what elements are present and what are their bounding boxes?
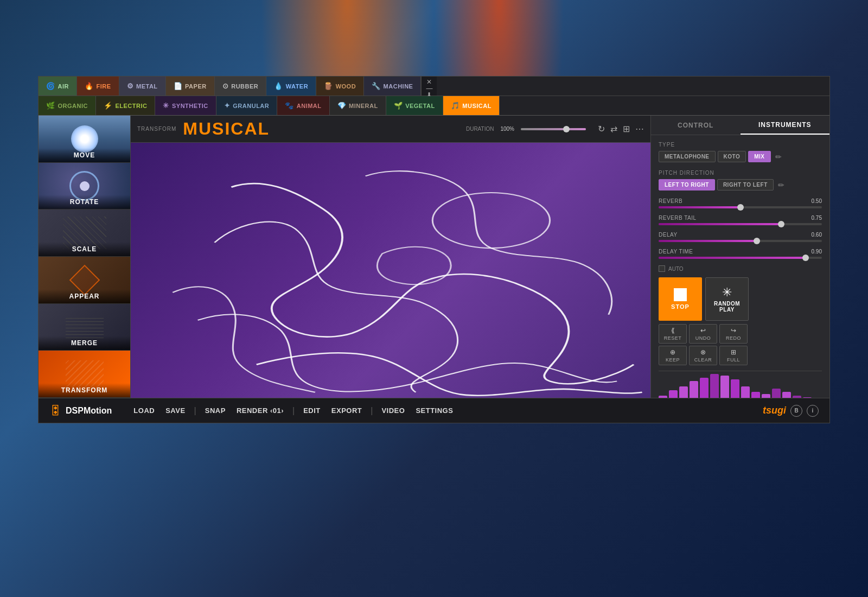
redo-button[interactable]: ↪ REDO: [719, 324, 748, 344]
granular-icon: ✦: [224, 101, 231, 110]
cat-btn-electric[interactable]: ⚡ ELECTRIC: [96, 96, 156, 115]
delay-time-label: DELAY TIME: [659, 249, 693, 255]
mineral-icon: 💎: [337, 101, 347, 110]
type-btn-mix[interactable]: MIX: [748, 151, 770, 162]
histogram-bar: [751, 392, 760, 398]
transform-label: TRANSFORM: [137, 126, 176, 132]
cat-btn-fire[interactable]: 🔥 FIRE: [77, 77, 119, 96]
histogram-bar: [741, 386, 750, 398]
preset-title: MUSICAL: [183, 119, 270, 139]
cat-btn-organic[interactable]: 🌿 ORGANIC: [39, 96, 96, 115]
keep-button[interactable]: ⊕ KEEP: [659, 346, 687, 365]
menu-export[interactable]: EXPORT: [326, 407, 367, 415]
clear-button[interactable]: ⊗ CLEAR: [689, 346, 717, 365]
undo-button[interactable]: ↩ UNDO: [689, 324, 717, 344]
sidebar-item-appear[interactable]: APPEAR: [39, 257, 130, 304]
action-area: STOP ✳ RANDOMPLAY ⟪ RESET: [659, 277, 822, 365]
histogram-bar: [690, 381, 698, 398]
reset-button[interactable]: ⟪ RESET: [659, 324, 687, 344]
preset-title-letter: M: [183, 119, 199, 138]
cat-btn-water[interactable]: 💧 WATER: [266, 77, 316, 96]
tsugi-badge-b[interactable]: B: [790, 405, 802, 417]
cat-btn-machine[interactable]: 🔧 MACHINE: [364, 77, 421, 96]
tsugi-area: tsugi B i: [763, 405, 819, 417]
cat-btn-musical[interactable]: 🎵 MUSICAL: [443, 96, 500, 115]
sidebar-label-scale: SCALE: [39, 242, 130, 256]
duration-value: 100%: [500, 126, 514, 132]
cat-label-machine: MACHINE: [384, 83, 413, 90]
cat-btn-metal[interactable]: ⚙ METAL: [119, 77, 166, 96]
menu-snap[interactable]: SNAP: [200, 407, 231, 415]
cat-btn-air[interactable]: 🌀 AIR: [39, 77, 77, 96]
cat-label-mineral: MINERAL: [349, 103, 378, 109]
reset-label: RESET: [664, 335, 682, 341]
cat-label-musical: MUSICAL: [462, 103, 492, 109]
reverb-tail-slider[interactable]: [659, 223, 822, 225]
cat-btn-paper[interactable]: 📄 PAPER: [166, 77, 215, 96]
cat-label-fire: FIRE: [96, 83, 111, 90]
delay-time-slider[interactable]: [659, 257, 822, 259]
shuffle-icon[interactable]: ⇄: [610, 124, 617, 134]
cat-btn-wood[interactable]: 🪵 WOOD: [316, 77, 364, 96]
tsugi-badge-i[interactable]: i: [807, 405, 819, 417]
menu-video[interactable]: VIDEO: [376, 407, 410, 415]
menu-render[interactable]: RENDER ‹01›: [231, 407, 289, 415]
clear-icon: ⊗: [700, 348, 706, 356]
menu-edit[interactable]: EDIT: [298, 407, 326, 415]
svg-point-0: [432, 193, 550, 248]
auto-checkbox[interactable]: AUTO: [659, 265, 822, 272]
wood-icon: 🪵: [324, 82, 333, 90]
cat-btn-synthetic[interactable]: ✳ SYNTHETIC: [155, 96, 216, 115]
more-icon[interactable]: ⋯: [635, 124, 644, 134]
tab-control[interactable]: CONTROL: [651, 116, 741, 135]
sidebar-item-move[interactable]: MOVE: [39, 116, 130, 163]
delay-time-value: 0.90: [812, 249, 822, 255]
snap-icon[interactable]: ⊞: [623, 124, 630, 134]
right-content: TYPE METALOPHONE KOTO MIX ✏ PITCH DIRECT…: [651, 135, 829, 398]
duration-slider[interactable]: [521, 128, 586, 130]
sidebar-item-rotate[interactable]: ROTATE: [39, 163, 130, 210]
delay-slider[interactable]: [659, 240, 822, 242]
reverb-slider[interactable]: [659, 206, 822, 208]
type-btn-metalophone[interactable]: METALOPHONE: [659, 151, 716, 162]
cat-btn-mineral[interactable]: 💎 MINERAL: [330, 96, 386, 115]
pitch-btn-ltr[interactable]: LEFT TO RIGHT: [659, 179, 715, 190]
sidebar-item-scale[interactable]: SCALE: [39, 209, 130, 257]
canvas-area[interactable]: [131, 143, 650, 398]
auto-checkbox-box[interactable]: [659, 265, 665, 272]
logo-area: 🎛 DSPMotion: [49, 404, 112, 418]
cat-btn-animal[interactable]: 🐾 ANIMAL: [277, 96, 329, 115]
full-button[interactable]: ⊞ FULL: [719, 346, 748, 365]
preset-title-rest: USICAL: [199, 119, 270, 138]
edit-type-icon[interactable]: ✏: [775, 153, 782, 161]
sidebar-item-transform[interactable]: TRANSFORM: [39, 351, 130, 398]
cat-btn-vegetal[interactable]: 🌱 VEGETAL: [386, 96, 443, 115]
pitch-section: PITCH DIRECTION LEFT TO RIGHT RIGHT TO L…: [659, 170, 822, 190]
random-play-button[interactable]: ✳ RANDOMPLAY: [705, 277, 749, 321]
loop-icon[interactable]: ↻: [598, 124, 605, 134]
menu-settings[interactable]: SETTINGS: [410, 407, 458, 415]
tab-instruments[interactable]: INSTRUMENTS: [741, 116, 830, 135]
main-content: MOVE ROTATE SCALE APPEA: [39, 116, 829, 398]
redo-label: REDO: [726, 335, 741, 341]
stop-button[interactable]: STOP: [659, 277, 702, 321]
right-tabs: CONTROL INSTRUMENTS: [651, 116, 829, 135]
redo-icon: ↪: [731, 327, 736, 334]
cat-label-paper: PAPER: [185, 83, 207, 90]
type-btn-koto[interactable]: KOTO: [718, 151, 746, 162]
menu-save[interactable]: SAVE: [160, 407, 190, 415]
pitch-btn-rtl[interactable]: RIGHT TO LEFT: [717, 179, 774, 190]
edit-pitch-icon[interactable]: ✏: [778, 181, 784, 189]
sidebar-label-move: MOVE: [39, 148, 130, 162]
animal-icon: 🐾: [285, 101, 294, 110]
machine-icon: 🔧: [372, 82, 381, 90]
cat-btn-granular[interactable]: ✦ GRANULAR: [216, 96, 277, 115]
histogram-bar: [679, 386, 688, 398]
reverb-value: 0.50: [812, 198, 822, 204]
sidebar-item-merge[interactable]: MERGE: [39, 304, 130, 351]
cat-btn-rubber[interactable]: ⊙ RUBBER: [215, 77, 267, 96]
cat-label-rubber: RUBBER: [231, 83, 258, 90]
reverb-label: REVERB: [659, 198, 682, 204]
histogram-bar: [720, 376, 729, 398]
menu-load[interactable]: LOAD: [128, 407, 160, 415]
